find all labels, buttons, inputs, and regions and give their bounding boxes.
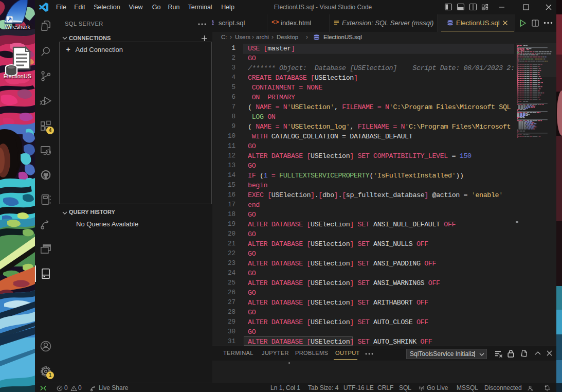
svg-text:ElectionUS: ElectionUS <box>4 73 31 79</box>
svg-text:Wireshark: Wireshark <box>5 24 30 30</box>
